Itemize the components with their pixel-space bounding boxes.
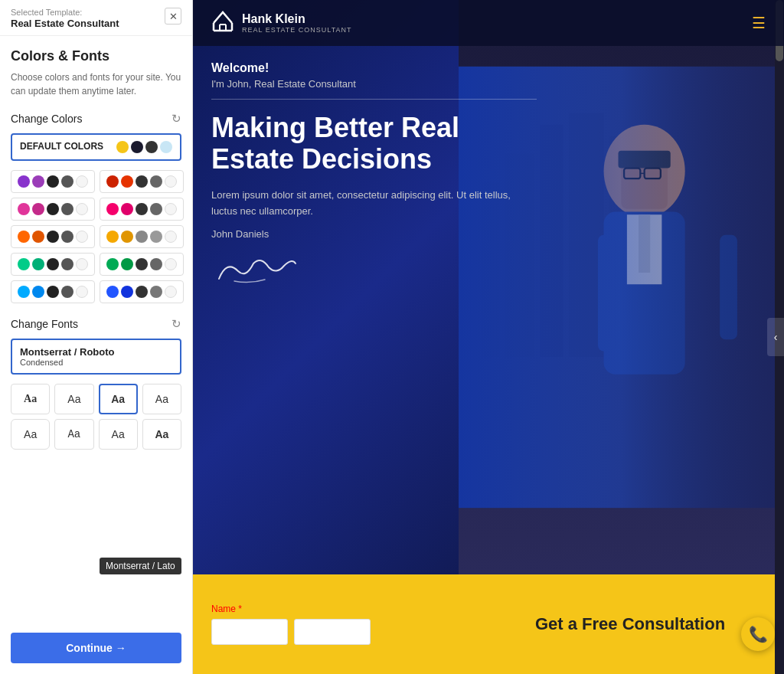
form-name-label: Name * [211, 604, 482, 614]
logo-text-main: Hank Klein [242, 12, 352, 26]
swatch [150, 175, 162, 188]
swatch [61, 203, 74, 215]
hero-content: Welcome! I'm John, Real Estate Consultan… [211, 61, 537, 296]
swatch [121, 258, 133, 270]
palette-item[interactable] [11, 225, 95, 248]
swatch [18, 203, 30, 215]
hero-name: John Daniels [211, 228, 537, 240]
palette-item[interactable] [100, 280, 184, 303]
font-label: Aa [24, 428, 37, 440]
bottom-cta-area: Get a Free Consultation [495, 614, 766, 634]
swatch [76, 175, 88, 188]
font-label: Aa [112, 428, 125, 440]
palette-item[interactable] [100, 198, 184, 221]
palette-item[interactable] [11, 198, 95, 221]
font-item-1[interactable]: Aa [11, 384, 50, 414]
palette-item[interactable] [11, 280, 95, 303]
swatch [136, 203, 148, 215]
font-item-6[interactable]: Aa [54, 419, 93, 450]
font-item-5[interactable]: Aa [11, 419, 50, 450]
panel-content: Colors & Fonts Choose colors and fonts f… [0, 36, 192, 627]
font-item-4[interactable]: Aa [142, 384, 181, 414]
collapse-panel-button[interactable]: ‹ [767, 318, 784, 356]
hero-subtitle: I'm John, Real Estate Consultant [211, 78, 537, 100]
swatch [121, 231, 133, 243]
swatch [61, 286, 74, 298]
swatch [47, 175, 59, 188]
default-colors-box[interactable]: DEFAULT COLORS [11, 133, 181, 161]
fonts-selected-box[interactable]: Montserrat / Roboto Condensed [11, 339, 181, 375]
close-icon: ✕ [169, 11, 178, 22]
left-panel: Selected Template: Real Estate Consultan… [0, 0, 193, 674]
swatch [18, 258, 30, 270]
swatch [106, 175, 119, 188]
swatch [121, 286, 133, 298]
logo-text-sub: Real Estate Consultant [242, 26, 352, 34]
swatch-navy [131, 141, 143, 153]
swatch [47, 258, 59, 270]
font-label: Aa [67, 393, 80, 405]
selected-template-bar: Selected Template: Real Estate Consultan… [0, 0, 192, 36]
font-item-2[interactable]: Aa [54, 384, 93, 414]
panel-title: Colors & Fonts [11, 48, 181, 64]
swatch [106, 231, 119, 243]
swatch [106, 258, 119, 270]
name-last-input[interactable] [294, 619, 371, 645]
swatch [136, 175, 148, 188]
swatch [61, 258, 74, 270]
refresh-colors-icon[interactable]: ↻ [172, 112, 181, 126]
swatch [18, 175, 30, 188]
selected-template-name: Real Estate Consultant [11, 18, 119, 29]
swatch [136, 286, 148, 298]
chevron-left-icon: ‹ [774, 331, 778, 343]
palette-item[interactable] [100, 170, 184, 193]
swatch [32, 231, 44, 243]
font-item-8[interactable]: Aa [142, 419, 181, 450]
font-label: Aa [155, 393, 168, 405]
swatch [150, 231, 162, 243]
hero-heading: Making Better Real Estate Decisions [211, 112, 537, 175]
fonts-selected-sub: Condensed [20, 358, 172, 367]
swatch [136, 231, 148, 243]
font-item-3[interactable]: Aa [99, 384, 138, 414]
bottom-cta-text: Get a Free Consultation [495, 614, 766, 634]
swatch [165, 286, 177, 298]
name-first-input[interactable] [211, 619, 288, 645]
swatch [106, 286, 119, 298]
phone-fab-button[interactable]: 📞 [741, 617, 775, 651]
swatch-yellow [116, 141, 129, 153]
font-item-7[interactable]: Aa [99, 419, 138, 450]
swatch [47, 231, 59, 243]
refresh-fonts-icon[interactable]: ↻ [172, 317, 181, 331]
swatch [61, 231, 74, 243]
change-fonts-header: Change Fonts ↻ [11, 317, 181, 331]
palette-item[interactable] [11, 170, 95, 193]
swatch [106, 203, 119, 215]
site-logo: Hank Klein Real Estate Consultant [211, 8, 352, 38]
swatch [47, 286, 59, 298]
swatch-light [160, 141, 172, 153]
swatch [18, 286, 30, 298]
continue-button[interactable]: Continue → [11, 633, 181, 663]
bottom-form-area: Name * [211, 604, 482, 645]
site-header: Hank Klein Real Estate Consultant ☰ [193, 0, 784, 46]
palette-item[interactable] [11, 253, 95, 276]
font-label: Aa [24, 393, 37, 405]
swatch [150, 203, 162, 215]
default-colors-text: DEFAULT COLORS [20, 141, 103, 153]
font-label: Aa [155, 428, 168, 440]
change-fonts-label: Change Fonts [11, 318, 78, 330]
hamburger-icon[interactable]: ☰ [752, 14, 766, 32]
close-button[interactable]: ✕ [165, 8, 181, 25]
swatch [136, 258, 148, 270]
font-grid-2: Aa Aa Aa Aa [11, 419, 181, 450]
swatch [76, 231, 88, 243]
swatch [61, 175, 74, 188]
swatch-dark [145, 141, 158, 153]
swatch [150, 286, 162, 298]
hero-body: Lorem ipsum dolor sit amet, consectetur … [211, 188, 537, 220]
palette-item[interactable] [100, 253, 184, 276]
site-preview: Hank Klein Real Estate Consultant ☰ Welc… [193, 0, 784, 674]
swatch [32, 258, 44, 270]
palette-item[interactable] [100, 225, 184, 248]
